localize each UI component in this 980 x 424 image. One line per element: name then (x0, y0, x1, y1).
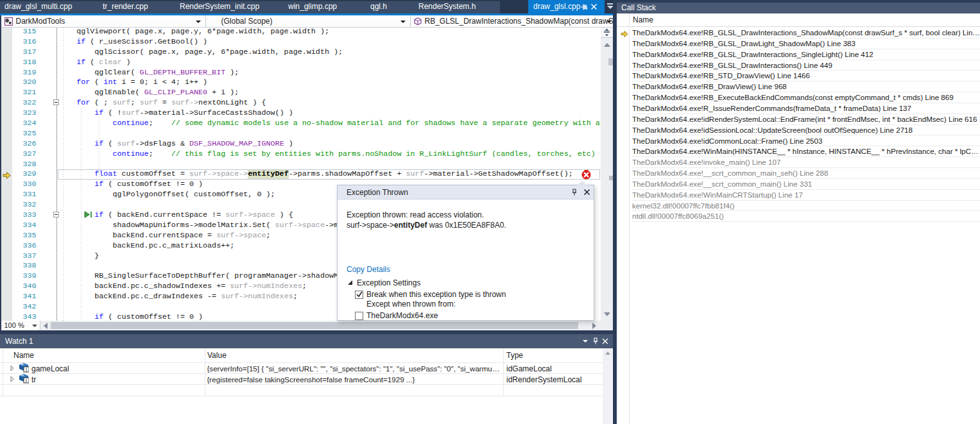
svg-text:1: 1 (25, 378, 28, 383)
svg-text:1: 1 (25, 368, 28, 372)
